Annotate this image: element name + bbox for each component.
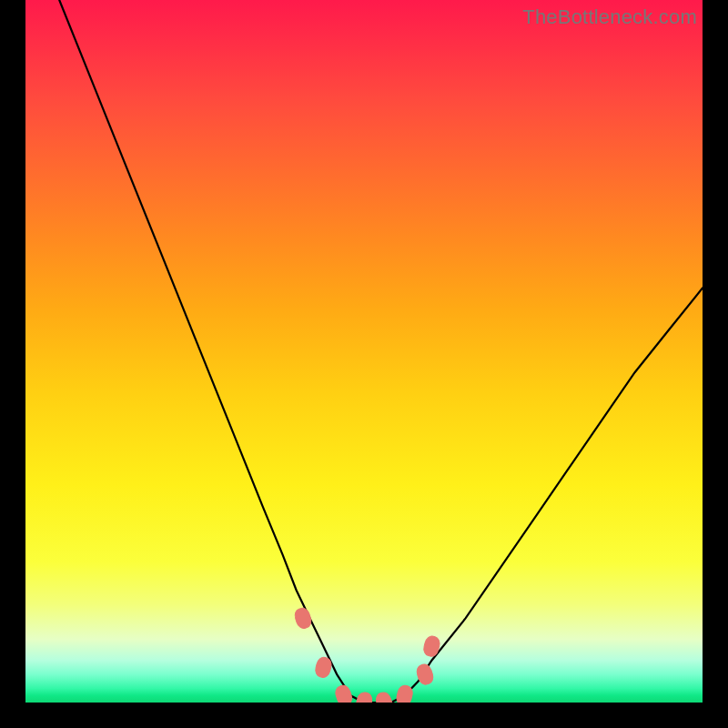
curve-marker	[334, 683, 354, 703]
curve-marker	[395, 684, 414, 703]
watermark-text: TheBottleneck.com	[522, 5, 697, 29]
curve-marker	[293, 606, 313, 630]
curve-marker	[422, 635, 441, 658]
marker-group	[293, 606, 441, 703]
bottleneck-curve	[59, 0, 703, 703]
chart-frame: TheBottleneck.com	[0, 0, 728, 728]
curve-svg	[25, 0, 703, 703]
chart-plot-area	[25, 0, 703, 703]
